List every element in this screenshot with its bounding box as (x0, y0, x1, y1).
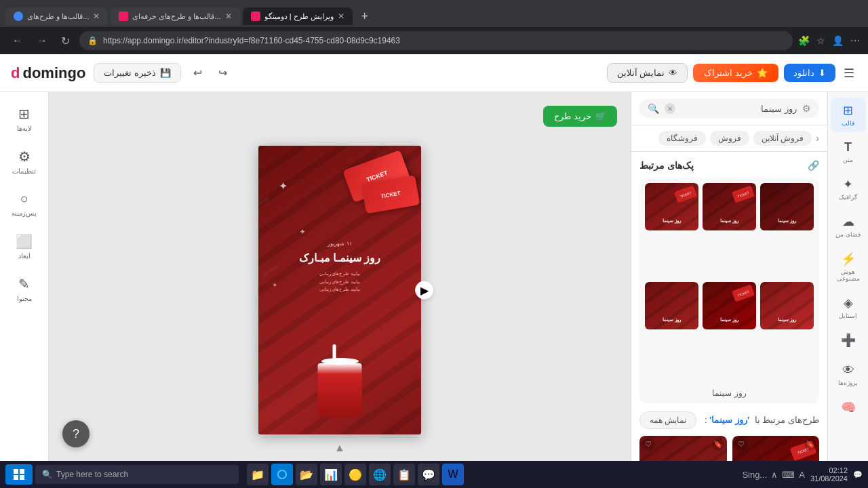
address-bar[interactable]: 🔒 https://app.domingo.ir/editor?industry… (79, 31, 793, 50)
tab-2[interactable]: قالب‌ها و طرح‌های حرفه‌ای... ✕ (111, 7, 239, 25)
tab-3-close[interactable]: ✕ (338, 12, 344, 21)
related-1-bookmark[interactable]: 🔖 (712, 439, 724, 451)
right-icon-bar: ⊞ قالب T متن ✦ گرافیک ☁ فضای من ⚡ هوش مص… (827, 92, 868, 488)
back-button[interactable]: ← (8, 33, 27, 48)
taskbar-app-app4[interactable]: 💬 (418, 464, 439, 485)
icon-bar-ai[interactable]: ⚡ هوش مصنوعی (831, 246, 866, 287)
related-2-icons: ♡ 🔖 (735, 439, 817, 451)
taskbar-app-app3[interactable]: 📋 (393, 464, 415, 485)
pack-thumb-6[interactable]: روز سینما (760, 282, 814, 377)
cup (318, 363, 362, 421)
taskbar-app-chrome[interactable]: 🌐 (369, 464, 391, 485)
tab-1-close[interactable]: ✕ (93, 12, 100, 21)
pack-thumb-2[interactable]: TICKET روز سینما (703, 183, 756, 278)
redo-button[interactable]: ↪ (214, 64, 231, 82)
tab-2-close[interactable]: ✕ (225, 12, 232, 21)
taskbar-app-edge[interactable] (271, 464, 293, 485)
taskbar-search-text: Type here to search (56, 470, 128, 479)
related-designs-label: طرح‌های مرتبط با 'روز سینما' : (705, 415, 819, 425)
icon-bar-style[interactable]: ◈ استایل (831, 290, 866, 325)
pack-thumb-5[interactable]: TICKET روز سینما (703, 282, 756, 377)
icon-bar-brain[interactable]: 🧠 (831, 394, 866, 422)
star-icon[interactable]: ☆ (816, 35, 825, 46)
tray-lang[interactable]: Sing... (742, 470, 767, 480)
tool-settings[interactable]: ⚙ تنظیمات (4, 143, 45, 180)
taskbar-search[interactable]: 🔍 Type here to search (35, 465, 239, 484)
style-label: استایل (839, 312, 857, 319)
taskbar-clock[interactable]: 02:12 31/08/2024 (810, 466, 848, 483)
tags-arrow-left[interactable]: ‹ (816, 133, 819, 144)
pack-thumb-1[interactable]: TICKET روز سینما (645, 183, 698, 278)
ai-icon: ⚡ (841, 251, 856, 266)
tray-notification[interactable]: 💬 (853, 470, 863, 479)
forward-button[interactable]: → (33, 33, 52, 48)
show-all-row: طرح‌های مرتبط با 'روز سینما' : نمایش همه (639, 411, 819, 429)
style-icon: ◈ (844, 296, 853, 310)
collapse-up-button[interactable]: ▲ (334, 442, 345, 454)
icon-bar-template[interactable]: ⊞ قالب (831, 98, 866, 132)
extensions-icon[interactable]: 🧩 (798, 35, 810, 46)
link-icon[interactable]: 🔗 (808, 160, 819, 171)
undo-button[interactable]: ↩ (189, 64, 206, 82)
icon-bar-graphic[interactable]: ✦ گرافیک (831, 171, 866, 206)
taskbar-app-app2[interactable]: 🟡 (344, 464, 366, 485)
new-tab-button[interactable]: + (355, 7, 374, 26)
tab-1[interactable]: قالب‌ها و طرح‌های... ✕ (5, 7, 108, 25)
panel-search: ⚙ ✕ 🔍 (631, 92, 827, 125)
thumb-6-text: روز سینما (760, 317, 814, 323)
buy-design-button[interactable]: 🛒 خرید طرح (543, 106, 617, 127)
logo[interactable]: d domingo (11, 64, 85, 82)
tray-chevron[interactable]: ∧ (771, 470, 778, 480)
tool-dimensions[interactable]: ⬜ ابعاد (4, 228, 45, 265)
thumb-3-text: روز سینما (760, 218, 814, 224)
tag-shop-label: فروشگاه (667, 134, 698, 143)
background-label: پس‌زمینه (12, 209, 37, 217)
more-icon[interactable]: ⋯ (850, 35, 860, 46)
pack-thumb-4[interactable]: روز سینما (645, 282, 698, 377)
icon-bar-space[interactable]: ☁ فضای من (831, 209, 866, 243)
search-icon[interactable]: 🔍 (648, 103, 659, 114)
related-2-bookmark[interactable]: 🔖 (804, 439, 816, 451)
tool-background[interactable]: ○ پس‌زمینه (4, 186, 45, 222)
preview-button[interactable]: 👁 نمایش آنلاین (607, 63, 688, 83)
related-1-heart[interactable]: ♡ (642, 439, 654, 451)
pack-container: TICKET روز سینما TICKET روز سینما (639, 178, 819, 403)
tab-3[interactable]: ویرایش طرح | دومینگو ✕ (243, 7, 353, 25)
tray-keyboard[interactable]: ⌨ (782, 470, 795, 480)
tray-lang-indicator[interactable]: A (799, 470, 805, 480)
tool-content[interactable]: ✎ محتوا (4, 270, 45, 308)
tag-online-sale[interactable]: فروش آنلاین (753, 131, 812, 146)
icon-bar-text[interactable]: T متن (831, 135, 866, 169)
subscribe-button[interactable]: ⭐ خرید اشتراک (693, 64, 778, 82)
pack-thumb-3[interactable]: روز سینما (760, 183, 814, 278)
icon-bar-projects[interactable]: 👁 پروژه‌ها (831, 358, 866, 392)
show-all-button[interactable]: نمایش همه (639, 411, 696, 429)
canvas-area[interactable]: 🛒 خرید طرح ? TICKET TICKET ✦ ✦ (49, 92, 631, 488)
logo-icon: d (11, 64, 20, 82)
design-text-area: ۱۱ شهریور روز سینمـا مبـارک بیایید طرح‌ه… (258, 241, 421, 293)
logo-text: domingo (22, 64, 85, 82)
save-button[interactable]: 💾 ذخیره تغییرات (94, 63, 181, 83)
taskbar-app-app1[interactable]: 📊 (320, 464, 342, 485)
start-button[interactable] (5, 464, 33, 485)
user-icon[interactable]: 👤 (832, 35, 844, 46)
tag-sale[interactable]: فروش (710, 131, 749, 146)
add-icon: ➕ (841, 333, 856, 348)
related-designs-text: طرح‌های مرتبط با (755, 415, 819, 425)
tool-layers[interactable]: ⊞ لایه‌ها (4, 100, 45, 138)
taskbar-app-word[interactable]: W (442, 464, 464, 485)
thumb-5-text: روز سینما (703, 317, 756, 323)
help-button[interactable]: ? (62, 420, 90, 447)
menu-button[interactable]: ☰ (841, 63, 857, 83)
tag-shop[interactable]: فروشگاه (658, 131, 706, 146)
taskbar-app-explorer[interactable]: 📁 (247, 464, 269, 485)
related-2-heart[interactable]: ♡ (735, 439, 747, 451)
icon-bar-add[interactable]: ➕ (831, 327, 866, 355)
search-input[interactable] (681, 104, 797, 114)
refresh-button[interactable]: ↻ (57, 33, 74, 49)
clear-search-button[interactable]: ✕ (665, 103, 675, 114)
filter-icon[interactable]: ⚙ (802, 103, 811, 114)
taskbar-app-folder[interactable]: 📂 (296, 464, 317, 485)
panel-toggle-button[interactable]: ▶ (415, 281, 434, 300)
download-button[interactable]: ⬇ دانلود (784, 64, 835, 82)
